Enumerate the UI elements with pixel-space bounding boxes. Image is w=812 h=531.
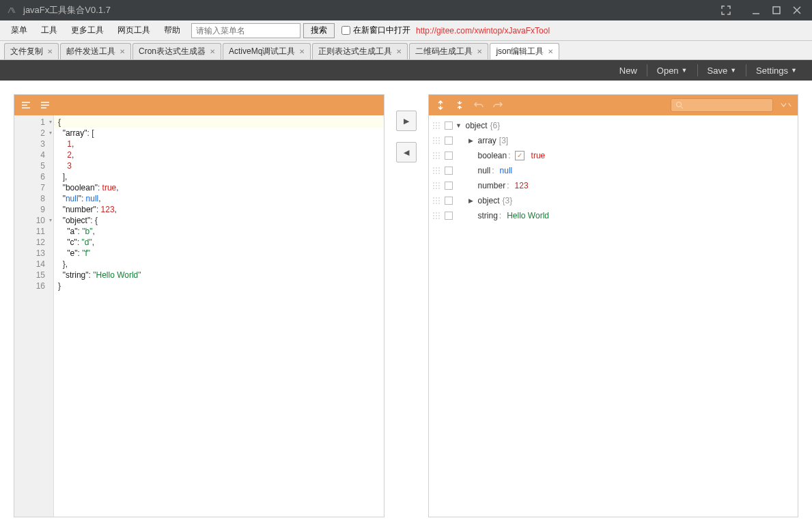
app-icon	[7, 5, 18, 16]
tab-close-icon[interactable]: ✕	[548, 48, 553, 55]
tab-close-icon[interactable]: ✕	[477, 48, 482, 55]
tab-close-icon[interactable]: ✕	[299, 48, 305, 55]
new-button[interactable]: New	[613, 63, 644, 78]
redo-icon[interactable]	[492, 99, 504, 111]
tab-strip: 文件复制✕邮件发送工具✕Cron表达式生成器✕ActiveMq调试工具✕正则表达…	[0, 41, 812, 60]
search-button[interactable]: 搜索	[303, 23, 335, 38]
transfer-column: ▶ ◀	[393, 94, 420, 517]
tree-row[interactable]: ▶array [3]	[430, 133, 797, 148]
format-icon[interactable]	[20, 99, 32, 111]
menu-item-4[interactable]: 帮助	[157, 22, 187, 39]
code-panel-header	[14, 95, 384, 115]
code-editor[interactable]: 12345678910111213141516 { "array": [ 1, …	[14, 115, 384, 517]
tab-close-icon[interactable]: ✕	[396, 48, 402, 55]
project-link[interactable]: http://gitee.com/xwintop/xJavaFxTool	[416, 26, 550, 35]
save-button[interactable]: Save▼	[701, 63, 744, 78]
boolean-checkbox[interactable]: ✓	[515, 151, 524, 160]
disclosure-icon[interactable]: ▶	[467, 133, 475, 148]
tree-row[interactable]: ▶object {3}	[430, 193, 797, 208]
minimize-icon[interactable]	[748, 2, 764, 18]
to-tree-button[interactable]: ▶	[396, 111, 417, 131]
expand-all-icon[interactable]	[434, 99, 447, 111]
tree-search-input[interactable]	[671, 98, 773, 112]
tree-row[interactable]: number:123	[430, 178, 797, 193]
menu-item-1[interactable]: 工具	[34, 22, 64, 39]
svg-point-1	[677, 102, 682, 107]
svg-rect-0	[773, 7, 780, 14]
fullscreen-icon[interactable]	[718, 2, 734, 18]
collapse-all-icon[interactable]	[453, 99, 466, 111]
tab-3[interactable]: ActiveMq调试工具✕	[223, 43, 311, 59]
tree-row[interactable]: boolean:✓true	[430, 148, 797, 163]
titlebar: javaFx工具集合V0.1.7	[0, 0, 812, 20]
tab-0[interactable]: 文件复制✕	[4, 43, 59, 59]
compact-icon[interactable]	[39, 99, 51, 111]
tab-close-icon[interactable]: ✕	[210, 48, 215, 55]
filter-dropdown-icon[interactable]	[780, 99, 792, 111]
menu-item-3[interactable]: 网页工具	[111, 22, 157, 39]
tab-6[interactable]: json编辑工具✕	[490, 43, 559, 59]
tab-2[interactable]: Cron表达式生成器✕	[132, 43, 221, 59]
undo-icon[interactable]	[473, 99, 485, 111]
menu-item-2[interactable]: 更多工具	[64, 22, 111, 39]
tree-row[interactable]: ▼object {6}	[430, 118, 797, 133]
menu-search-input[interactable]	[191, 23, 300, 38]
tree-panel-header	[429, 95, 798, 115]
tree-row[interactable]: string:Hello World	[430, 208, 797, 223]
menu-item-0[interactable]: 菜单	[4, 22, 34, 39]
disclosure-icon[interactable]: ▶	[467, 193, 475, 208]
tab-1[interactable]: 邮件发送工具✕	[60, 43, 131, 59]
menubar: 菜单 工具 更多工具 网页工具 帮助 搜索 在新窗口中打开 http://git…	[0, 20, 812, 41]
to-code-button[interactable]: ◀	[396, 142, 417, 162]
new-window-checkbox[interactable]: 在新窗口中打开	[341, 25, 410, 36]
tree-panel: ▼object {6}▶array [3]boolean:✓truenull:n…	[428, 94, 799, 517]
maximize-icon[interactable]	[768, 2, 785, 18]
tab-5[interactable]: 二维码生成工具✕	[409, 43, 488, 59]
tree-row[interactable]: null:null	[430, 163, 797, 178]
settings-button[interactable]: Settings▼	[749, 63, 804, 78]
window-title: javaFx工具集合V0.1.7	[23, 4, 111, 16]
open-button[interactable]: Open▼	[650, 63, 695, 78]
json-toolbar: New Open▼ Save▼ Settings▼	[0, 60, 812, 81]
tab-close-icon[interactable]: ✕	[47, 48, 53, 55]
disclosure-icon[interactable]: ▼	[455, 118, 463, 133]
close-icon[interactable]	[789, 2, 805, 18]
new-window-checkbox-input[interactable]	[341, 26, 350, 35]
tab-close-icon[interactable]: ✕	[120, 48, 125, 55]
code-panel: 12345678910111213141516 { "array": [ 1, …	[14, 94, 384, 517]
workspace: 12345678910111213141516 { "array": [ 1, …	[0, 81, 812, 531]
tree-view[interactable]: ▼object {6}▶array [3]boolean:✓truenull:n…	[429, 115, 798, 517]
tab-4[interactable]: 正则表达式生成工具✕	[312, 43, 408, 59]
